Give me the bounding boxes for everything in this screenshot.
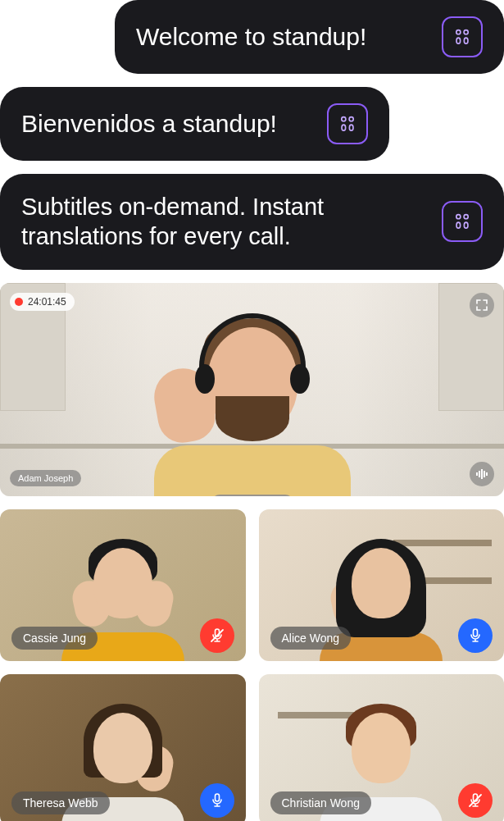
svg-rect-20 (215, 794, 219, 801)
participant-tile[interactable]: Theresa Webb (0, 674, 246, 822)
participant-name: Theresa Webb (11, 791, 110, 814)
svg-point-5 (349, 117, 353, 121)
audio-level-indicator (470, 462, 494, 486)
svg-point-11 (464, 222, 468, 228)
participant-tile[interactable]: Christian Wong (259, 674, 505, 822)
svg-rect-14 (481, 469, 483, 479)
app-badge-icon (442, 16, 483, 57)
participant-tile[interactable]: Alice Wong (259, 509, 505, 661)
caption-banner-welcome: Welcome to standup! (115, 0, 504, 74)
mic-on-icon (467, 627, 484, 644)
mic-toggle-button[interactable] (200, 618, 234, 653)
main-speaker-name: Adam Joseph (10, 470, 81, 486)
svg-point-2 (456, 38, 461, 43)
participant-tile[interactable]: Cassie Jung (0, 509, 246, 661)
svg-rect-12 (476, 472, 478, 476)
mic-on-icon (209, 792, 225, 809)
svg-rect-16 (486, 472, 488, 476)
svg-point-9 (464, 215, 468, 219)
app-badge-icon (327, 103, 368, 144)
svg-point-7 (349, 125, 353, 130)
svg-point-6 (342, 125, 346, 130)
participant-grid: Cassie Jung Alice Wong (0, 509, 504, 822)
svg-point-3 (464, 38, 468, 43)
caption-text: Subtitles on-demand. Instant translation… (21, 192, 398, 252)
caption-banner-bienvenidos: Bienvenidos a standup! (0, 87, 389, 161)
main-speaker-tile[interactable]: 24:01:45 Adam Joseph (0, 283, 504, 496)
record-dot-icon (15, 298, 23, 306)
caption-text: Bienvenidos a standup! (21, 108, 277, 139)
app-badge-icon (442, 201, 483, 242)
fullscreen-button[interactable] (470, 293, 494, 317)
svg-point-4 (342, 117, 346, 121)
participant-name: Alice Wong (270, 627, 352, 650)
caption-banner-subtitles: Subtitles on-demand. Instant translation… (0, 174, 504, 270)
mic-off-icon (209, 627, 225, 644)
svg-point-10 (456, 222, 461, 228)
participant-name: Cassie Jung (11, 627, 98, 650)
svg-point-0 (456, 30, 461, 34)
svg-point-1 (464, 30, 468, 34)
mic-off-icon (467, 792, 484, 809)
mic-toggle-button[interactable] (200, 783, 234, 818)
mic-toggle-button[interactable] (458, 783, 493, 818)
svg-rect-19 (474, 629, 478, 636)
recording-indicator: 24:01:45 (10, 293, 75, 311)
svg-point-8 (456, 215, 461, 219)
caption-text: Welcome to standup! (136, 21, 366, 52)
recording-time: 24:01:45 (28, 296, 66, 308)
svg-rect-13 (479, 471, 480, 477)
audio-bars-icon (475, 469, 488, 479)
main-speaker-avatar (138, 299, 367, 495)
fullscreen-icon (475, 299, 488, 312)
mic-toggle-button[interactable] (458, 618, 493, 653)
participant-name: Christian Wong (270, 791, 371, 814)
svg-rect-15 (484, 471, 485, 477)
